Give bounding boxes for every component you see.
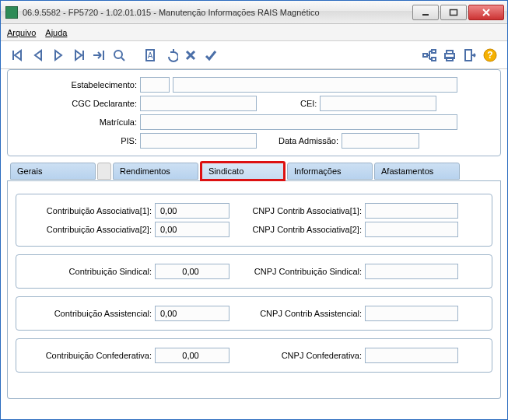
exit-icon[interactable] [461, 46, 479, 65]
help-icon[interactable]: ? [481, 46, 499, 65]
svg-rect-1 [450, 9, 457, 15]
pis-input[interactable] [140, 133, 257, 149]
minimize-button[interactable] [412, 5, 439, 20]
last-record-icon[interactable] [69, 46, 88, 65]
group-sindical: Contribuição Sindical: 0,00 CNPJ Contrib… [16, 254, 492, 289]
app-icon [5, 6, 18, 19]
toolbar: A ? [1, 41, 507, 69]
svg-rect-7 [432, 58, 436, 61]
pis-label: PIS: [16, 136, 140, 145]
data-admissao-label: Data Admissão: [266, 136, 342, 145]
cnpj-sindical-label: CNPJ Contribuição Sindical: [242, 267, 365, 276]
cei-label: CEI: [288, 99, 320, 108]
svg-text:A: A [148, 51, 153, 60]
tab-sindicato-label: Sindicato [208, 166, 243, 176]
cnpj-confed-label: CNPJ Confederativa: [242, 351, 365, 360]
cnpj-assoc1-value[interactable] [365, 203, 458, 219]
group-confederativa: Contribuição Confederativa: 0,00 CNPJ Co… [16, 338, 492, 373]
matricula-input[interactable] [140, 114, 457, 130]
app-window: 06.9.5582 - FP5720 - 1.02.01.015 - Manut… [0, 0, 508, 420]
delete-icon[interactable] [181, 46, 200, 65]
confirm-icon[interactable] [201, 46, 220, 65]
group-assistencial: Contribuição Assistencial: 0,00 CNPJ Con… [16, 296, 492, 331]
undo-icon[interactable] [161, 46, 180, 65]
estabelecimento-label: Estabelecimento: [16, 80, 140, 89]
svg-rect-6 [432, 50, 436, 53]
tab-rendimentos[interactable]: Rendimentos [113, 163, 198, 180]
svg-rect-9 [447, 51, 453, 54]
matricula-label: Matrícula: [16, 117, 140, 127]
cnpj-sindical-value[interactable] [365, 264, 458, 279]
data-admissao-input[interactable] [342, 133, 419, 149]
tab-informacoes[interactable]: Informações [287, 163, 373, 180]
search-icon[interactable] [110, 46, 128, 65]
cei-input[interactable] [320, 96, 436, 111]
window-buttons [411, 5, 504, 20]
contrib-assoc2-value[interactable]: 0,00 [155, 222, 229, 237]
svg-rect-5 [423, 54, 427, 57]
contrib-confed-value[interactable]: 0,00 [155, 348, 229, 363]
goto-icon[interactable] [89, 46, 108, 65]
menubar: Arquivo Ajuda [1, 24, 507, 41]
tab-sindicato[interactable]: Sindicato [200, 161, 286, 181]
svg-rect-11 [465, 50, 471, 61]
svg-point-2 [114, 51, 122, 58]
client-area: Estabelecimento: CGC Declarante: CEI: Ma… [1, 69, 507, 419]
estabelecimento-name-input[interactable] [173, 77, 457, 93]
window-title: 06.9.5582 - FP5720 - 1.02.01.015 - Manut… [23, 8, 411, 17]
cnpj-confed-value[interactable] [365, 348, 458, 363]
contrib-assoc1-value[interactable]: 0,00 [155, 203, 229, 219]
print-icon[interactable] [440, 46, 459, 65]
tab-panel-sindicato: Contribuição Associativa[1]: 0,00 CNPJ C… [7, 181, 501, 399]
cnpj-assoc2-label: CNPJ Contrib Associativa[2]: [242, 225, 365, 234]
tab-afastamentos-label: Afastamentos [381, 166, 433, 176]
cgc-input[interactable] [140, 96, 257, 111]
svg-text:?: ? [487, 50, 492, 61]
next-record-icon[interactable] [49, 46, 68, 65]
svg-rect-0 [422, 14, 429, 16]
cgc-label: CGC Declarante: [16, 99, 140, 108]
contrib-assist-value[interactable]: 0,00 [155, 306, 229, 321]
tab-afastamentos[interactable]: Afastamentos [374, 163, 460, 180]
titlebar: 06.9.5582 - FP5720 - 1.02.01.015 - Manut… [1, 1, 507, 24]
maximize-button[interactable] [440, 5, 467, 20]
contrib-assoc2-label: Contribuição Associativa[2]: [21, 225, 155, 234]
cnpj-assist-value[interactable] [365, 306, 458, 321]
menu-ajuda[interactable]: Ajuda [45, 28, 67, 37]
cnpj-assist-label: CNPJ Contrib Assistencial: [242, 309, 365, 318]
tab-spacer [97, 163, 111, 180]
cnpj-assoc2-value[interactable] [365, 222, 458, 237]
contrib-assist-label: Contribuição Assistencial: [21, 309, 155, 318]
tab-gerais[interactable]: Gerais [10, 163, 96, 180]
contrib-assoc1-label: Contribuição Associativa[1]: [21, 206, 155, 215]
tab-gerais-label: Gerais [17, 166, 42, 176]
menu-arquivo[interactable]: Arquivo [7, 28, 36, 37]
related-icon[interactable] [420, 46, 439, 65]
contrib-sindical-label: Contribuição Sindical: [21, 267, 155, 276]
tab-rendimentos-label: Rendimentos [120, 166, 170, 176]
close-button[interactable] [468, 5, 504, 20]
tabbar: Gerais Rendimentos Sindicato Informações… [7, 163, 501, 181]
header-panel: Estabelecimento: CGC Declarante: CEI: Ma… [7, 69, 501, 156]
prev-record-icon[interactable] [29, 46, 47, 65]
first-record-icon[interactable] [9, 46, 27, 65]
contrib-confed-label: Contribuição Confederativa: [21, 351, 155, 360]
group-associativa: Contribuição Associativa[1]: 0,00 CNPJ C… [16, 194, 492, 247]
contrib-sindical-value[interactable]: 0,00 [155, 264, 229, 279]
new-icon[interactable]: A [141, 46, 159, 65]
estabelecimento-code-input[interactable] [140, 77, 170, 93]
tab-informacoes-label: Informações [294, 166, 342, 176]
cnpj-assoc1-label: CNPJ Contrib Associativa[1]: [242, 206, 365, 215]
